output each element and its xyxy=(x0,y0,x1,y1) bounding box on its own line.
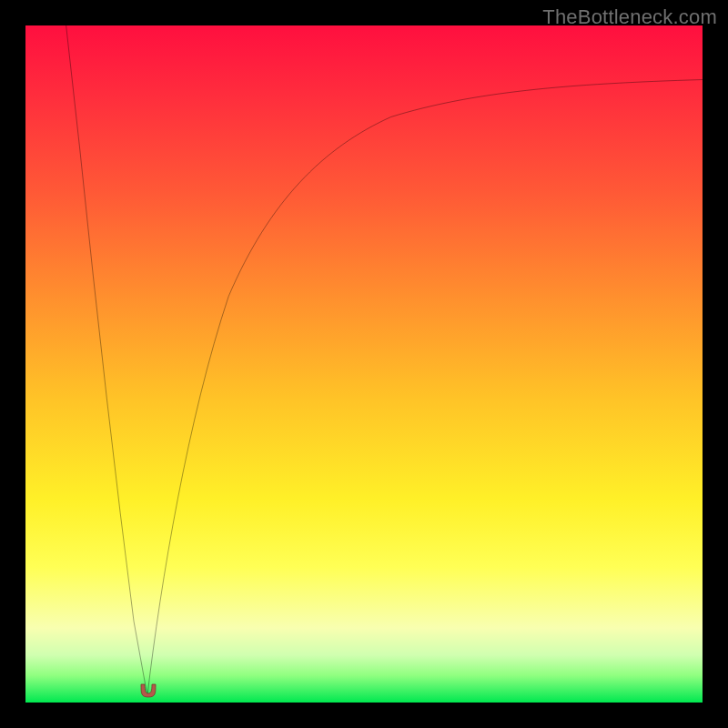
chart-frame: TheBottleneck.com xyxy=(0,0,728,728)
plot-area xyxy=(25,25,703,703)
bottleneck-curve xyxy=(25,25,703,703)
watermark-text: TheBottleneck.com xyxy=(542,5,717,29)
